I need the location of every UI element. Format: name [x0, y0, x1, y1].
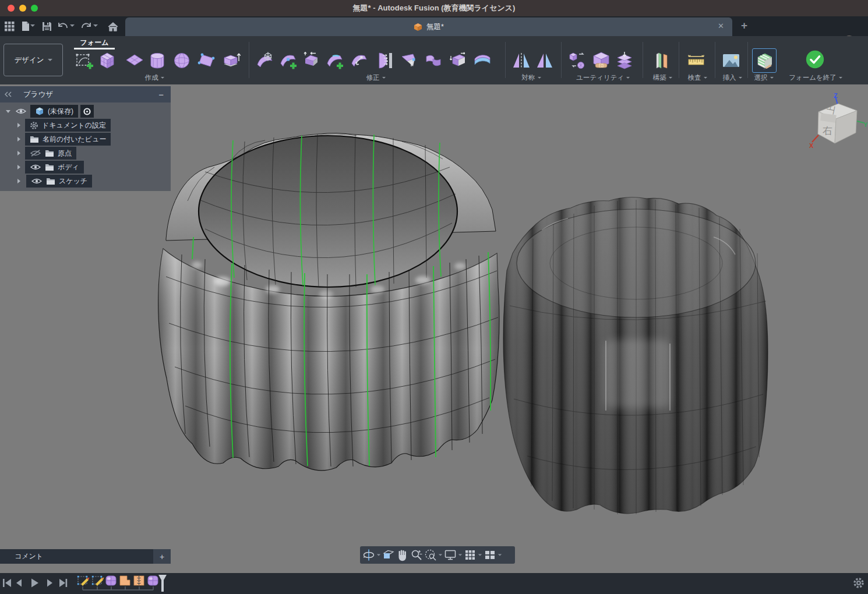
finish-form-icon[interactable] — [805, 49, 825, 70]
redo-icon[interactable] — [79, 19, 93, 33]
measure-icon[interactable] — [686, 50, 707, 71]
timeline-playback-controls[interactable] — [2, 577, 71, 589]
chevron-right-icon[interactable] — [17, 165, 20, 169]
chevron-right-icon[interactable] — [17, 137, 20, 142]
insert-point-icon[interactable] — [278, 50, 299, 71]
timeline-item-form2[interactable] — [148, 576, 158, 585]
browser-item-document-settings[interactable]: ドキュメントの設定 — [0, 118, 171, 132]
new-tab-button[interactable]: + — [741, 20, 747, 31]
chevron-right-icon[interactable] — [17, 123, 20, 128]
zoom-icon[interactable] — [410, 549, 423, 561]
group-label-symmetry[interactable]: 対称 — [510, 73, 553, 82]
collapse-panel-icon[interactable] — [5, 91, 12, 97]
minimize-panel-button[interactable]: − — [158, 90, 164, 100]
save-icon[interactable] — [40, 19, 54, 33]
app-grid-icon[interactable] — [2, 19, 16, 33]
eye-icon[interactable] — [15, 107, 27, 115]
display-settings-icon[interactable] — [444, 549, 457, 561]
grid-display-icon[interactable] — [464, 549, 477, 561]
browser-item-origin[interactable]: 原点 — [0, 146, 171, 160]
circular-symmetry-icon[interactable] — [534, 50, 555, 71]
insert-image-icon[interactable] — [721, 50, 742, 71]
box-icon[interactable] — [97, 50, 118, 71]
timeline-settings-gear-icon[interactable] — [853, 577, 865, 589]
group-label-utilities[interactable]: ユーティリティ — [574, 73, 632, 82]
fit-dropdown[interactable] — [439, 554, 442, 556]
timeline-item-sketch2[interactable] — [92, 576, 104, 586]
view-cube[interactable]: 上 右 Z Y X — [806, 92, 867, 155]
browser-item-bodies[interactable]: ボディ — [0, 160, 171, 174]
tab-form[interactable]: フォーム — [74, 38, 115, 48]
bevel-edge-icon[interactable] — [374, 50, 395, 71]
create-sketch-icon[interactable] — [73, 50, 94, 71]
timeline-item-form1[interactable] — [106, 576, 116, 585]
viewcube-front-label[interactable]: 右 — [823, 125, 832, 136]
undo-icon[interactable] — [56, 19, 70, 33]
close-window-button[interactable] — [8, 5, 15, 12]
document-tab[interactable]: 無題* ✕ — [125, 17, 732, 36]
group-label-modify[interactable]: 修正 — [354, 73, 397, 82]
group-label-select[interactable]: 選択 — [743, 73, 784, 82]
timeline-items[interactable] — [75, 573, 174, 594]
timeline-item-stitch[interactable] — [134, 576, 144, 585]
timeline-item-face[interactable] — [120, 576, 130, 585]
close-tab-icon[interactable]: ✕ — [718, 22, 724, 30]
display-mode-icon[interactable] — [567, 50, 588, 71]
plane-icon[interactable] — [124, 50, 145, 71]
flip-normal-icon[interactable] — [423, 50, 444, 71]
home-icon[interactable] — [106, 19, 120, 33]
display-dropdown[interactable] — [458, 554, 462, 556]
pan-icon[interactable] — [396, 549, 409, 561]
repair-body-icon[interactable] — [591, 50, 612, 71]
ribbon-divider — [715, 42, 715, 78]
orbit-icon[interactable] — [362, 549, 375, 561]
edit-form-icon[interactable] — [255, 50, 276, 71]
look-at-icon[interactable] — [382, 549, 395, 561]
grid-dropdown[interactable] — [478, 554, 482, 556]
chevron-right-icon[interactable] — [17, 179, 20, 183]
redo-dropdown[interactable] — [93, 24, 98, 27]
eye-hidden-icon[interactable] — [30, 149, 41, 157]
merge-edge-icon[interactable] — [349, 50, 370, 71]
orbit-dropdown[interactable] — [377, 554, 380, 556]
zoom-window-button[interactable] — [31, 5, 38, 12]
comments-title: コメント — [15, 551, 43, 561]
chevron-down-icon[interactable] — [6, 110, 10, 113]
tspline-body-right[interactable] — [503, 197, 768, 514]
sphere-icon[interactable] — [171, 50, 192, 71]
bridge-icon[interactable] — [398, 50, 419, 71]
extrude-icon[interactable] — [221, 50, 242, 71]
workspace-switcher[interactable]: デザイン — [3, 44, 63, 76]
group-label-create[interactable]: 作成 — [133, 73, 176, 82]
browser-root-row[interactable]: (未保存) — [0, 104, 171, 118]
chevron-right-icon[interactable] — [17, 151, 20, 155]
eye-icon[interactable] — [31, 177, 43, 185]
browser-item-named-views[interactable]: 名前の付いたビュー — [0, 132, 171, 146]
cylinder-icon[interactable] — [147, 50, 168, 71]
radio-active-icon[interactable] — [83, 108, 91, 115]
viewports-icon[interactable] — [484, 549, 496, 561]
face-icon[interactable] — [196, 50, 217, 71]
insert-edge-icon[interactable] — [324, 50, 345, 71]
tspline-body-left[interactable] — [158, 133, 499, 471]
new-file-dropdown[interactable] — [30, 24, 35, 27]
minimize-window-button[interactable] — [19, 5, 26, 12]
add-comment-button[interactable]: + — [153, 549, 171, 564]
comments-panel[interactable]: コメント + — [0, 549, 171, 564]
fit-icon[interactable] — [424, 549, 437, 561]
undo-dropdown[interactable] — [70, 24, 75, 27]
timeline-marker[interactable] — [158, 575, 167, 592]
group-label-finish-form[interactable]: フォームを終了 — [781, 73, 851, 82]
select-tool-active[interactable] — [752, 48, 777, 73]
thicken-icon[interactable] — [472, 50, 493, 71]
viewports-dropdown[interactable] — [498, 554, 502, 556]
unweld-edges-icon[interactable] — [447, 50, 468, 71]
browser-item-sketches[interactable]: スケッチ — [0, 174, 171, 188]
construct-plane-icon[interactable] — [651, 50, 672, 71]
make-uniform-icon[interactable] — [614, 50, 635, 71]
step-back-icon — [16, 579, 22, 587]
eye-icon[interactable] — [30, 163, 41, 171]
timeline-item-sketch1[interactable] — [77, 576, 90, 586]
mirror-symmetry-icon[interactable] — [511, 50, 532, 71]
subdivide-icon[interactable] — [301, 50, 322, 71]
